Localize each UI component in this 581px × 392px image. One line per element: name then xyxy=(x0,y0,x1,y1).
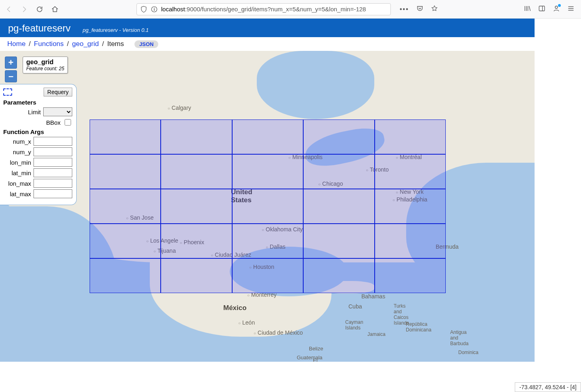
arg-input-lon_max[interactable] xyxy=(34,179,72,188)
city-label: Calgary xyxy=(168,105,191,111)
country-label: México xyxy=(223,304,247,312)
url-text: localhost:9000/functions/geo_grid/items?… xyxy=(161,6,387,13)
reload-button[interactable] xyxy=(34,4,45,15)
bbox-draw-icon[interactable] xyxy=(3,88,12,96)
arg-label-num_x: num_x xyxy=(13,138,31,145)
arg-input-num_x[interactable] xyxy=(34,137,72,146)
map-view[interactable]: Calgary Minneapolis Montréal Toronto Chi… xyxy=(0,51,535,362)
arg-label-lat_min: lat_min xyxy=(12,170,31,176)
grid-cell[interactable] xyxy=(90,119,161,154)
zoom-control: + – xyxy=(5,57,18,84)
grid-cell[interactable] xyxy=(375,189,446,224)
arg-input-lon_min[interactable] xyxy=(34,158,72,167)
grid-cell[interactable] xyxy=(375,224,446,258)
bottom-margin xyxy=(0,362,535,392)
crumb-sep: / xyxy=(29,40,31,48)
city-label: Antigua and Barbuda xyxy=(450,329,468,346)
city-label: República Dominicana xyxy=(406,321,431,333)
limit-select[interactable] xyxy=(43,107,72,116)
browser-nav-buttons xyxy=(3,4,61,15)
grid-cell[interactable] xyxy=(303,258,374,293)
grid-cell[interactable] xyxy=(375,119,446,154)
grid-cell[interactable] xyxy=(232,189,303,224)
arg-input-num_y[interactable] xyxy=(34,147,72,156)
city-label: Ciudad de México xyxy=(254,329,303,336)
grid-cell[interactable] xyxy=(232,224,303,258)
city-label: Belize xyxy=(309,346,323,352)
crumb-functions[interactable]: Functions xyxy=(34,40,64,48)
app-subtitle: pg_featureserv - Version 0.1 xyxy=(83,27,149,34)
grid-cell[interactable] xyxy=(161,189,232,224)
grid-cell[interactable] xyxy=(90,154,161,189)
city-label: El xyxy=(313,358,318,362)
arg-label-lon_max: lon_max xyxy=(8,180,31,187)
bbox-label: BBox xyxy=(46,119,61,126)
city-label: Dominica xyxy=(458,350,478,355)
grid-cell[interactable] xyxy=(161,224,232,258)
grid-cell[interactable] xyxy=(303,154,374,189)
grid-cell[interactable] xyxy=(161,119,232,154)
params-panel: Requery Parameters Limit BBox Function A… xyxy=(0,84,77,205)
grid-cell[interactable] xyxy=(232,258,303,293)
crumb-home[interactable]: Home xyxy=(7,40,25,48)
city-label: Bahamas xyxy=(361,293,385,300)
grid-cell[interactable] xyxy=(161,154,232,189)
city-label: León xyxy=(238,319,255,326)
grid-cell[interactable] xyxy=(232,154,303,189)
arg-input-lat_min[interactable] xyxy=(34,168,72,177)
grid-cell[interactable] xyxy=(375,258,446,293)
home-button[interactable] xyxy=(49,4,61,15)
forward-button[interactable] xyxy=(19,4,30,15)
right-margin xyxy=(535,19,581,392)
arg-label-num_y: num_y xyxy=(13,149,31,155)
grid-cell[interactable] xyxy=(303,189,374,224)
url-bar[interactable]: localhost:9000/functions/geo_grid/items?… xyxy=(136,3,391,15)
function-args-heading: Function Args xyxy=(3,128,72,135)
arg-label-lat_max: lat_max xyxy=(10,191,31,197)
zoom-out-button[interactable]: – xyxy=(5,70,17,82)
grid-cell[interactable] xyxy=(161,258,232,293)
back-button[interactable] xyxy=(3,4,15,15)
account-icon[interactable] xyxy=(553,5,560,14)
sidebar-icon[interactable] xyxy=(538,5,545,14)
crumb-function[interactable]: geo_grid xyxy=(72,40,99,48)
breadcrumb: Home / Functions / geo_grid / Items JSON xyxy=(0,37,581,51)
bookmark-star-icon[interactable] xyxy=(431,5,438,14)
grid-cell[interactable] xyxy=(90,189,161,224)
parameters-heading: Parameters xyxy=(3,99,72,106)
feature-count: Feature count: 25 xyxy=(26,66,64,71)
layer-name: geo_grid xyxy=(26,59,64,66)
arg-input-lat_max[interactable] xyxy=(34,189,72,198)
browser-toolbar: localhost:9000/functions/geo_grid/items?… xyxy=(0,0,581,19)
app-header: pg-featureserv pg_featureserv - Version … xyxy=(0,19,581,37)
browser-right-icons: ••• xyxy=(396,5,578,14)
crumb-current: Items xyxy=(107,40,124,48)
cursor-status: -73.4827, 49.5244 - [4] xyxy=(515,382,581,392)
svg-point-5 xyxy=(555,6,558,8)
requery-button[interactable]: Requery xyxy=(44,88,72,96)
grid-cell[interactable] xyxy=(90,224,161,258)
svg-rect-2 xyxy=(154,8,155,10)
crumb-sep: / xyxy=(67,40,69,48)
json-link-pill[interactable]: JSON xyxy=(134,40,158,48)
grid-cell[interactable] xyxy=(375,154,446,189)
library-icon[interactable] xyxy=(524,5,531,14)
grid-cell[interactable] xyxy=(232,119,303,154)
svg-rect-3 xyxy=(539,6,545,11)
page-actions-icon[interactable]: ••• xyxy=(400,6,409,13)
site-info-icon[interactable] xyxy=(151,6,158,13)
grid-cell[interactable] xyxy=(303,224,374,258)
grid-cell[interactable] xyxy=(303,119,374,154)
bbox-checkbox[interactable] xyxy=(65,119,71,126)
crumb-sep: / xyxy=(102,40,104,48)
app-menu-icon[interactable] xyxy=(567,5,575,14)
tracking-shield-icon[interactable] xyxy=(140,6,147,13)
pocket-icon[interactable] xyxy=(416,5,424,14)
svg-point-1 xyxy=(154,7,155,8)
city-label: Guatemala xyxy=(297,354,323,361)
url-host: localhost xyxy=(161,6,185,13)
city-label: Cayman Islands xyxy=(345,319,363,331)
city-label: Jamaica xyxy=(367,331,386,337)
grid-cell[interactable] xyxy=(90,258,161,293)
zoom-in-button[interactable]: + xyxy=(5,57,17,69)
